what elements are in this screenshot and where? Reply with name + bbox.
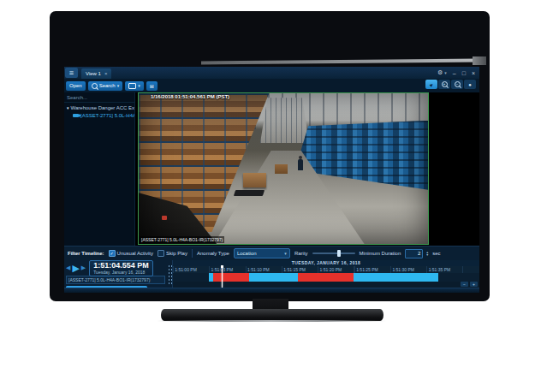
open-button[interactable]: Open: [66, 81, 86, 91]
timeline-area: ◀ ▶ ▶ 1:51:04.554 PM Tuesday, January 16…: [64, 260, 479, 288]
current-time-display[interactable]: 1:51:04.554 PM Tuesday, January 16, 2018: [89, 260, 153, 276]
camera-icon: [73, 114, 79, 117]
layout-grid-button[interactable]: ⊞: [146, 81, 158, 91]
chevron-down-icon: ▾: [138, 83, 140, 88]
tree-root-label: Warehouse Danger ACC Export - 2016-01: [71, 105, 134, 110]
search-button-label: Search: [99, 83, 116, 88]
video-stage: 1/16/2018 01:51:04.561 PM (PST) [ASSET-2…: [135, 92, 479, 246]
timeline-segment-unusual[interactable]: [298, 273, 353, 282]
minimize-icon[interactable]: –: [453, 70, 456, 76]
timeline-segment-recorded[interactable]: [249, 273, 299, 282]
monitor-stand-base: [161, 309, 383, 321]
monitor-corner-highlight: [473, 56, 486, 65]
toolbar: Open Search ▾ ▾ ⊞ ► + − ●: [64, 79, 479, 92]
play-button[interactable]: ▶: [72, 264, 79, 273]
window-controls: ⚙ ▾ – □ ×: [437, 69, 479, 76]
tab-label: View 1: [86, 71, 101, 76]
timeline-panel[interactable]: TUESDAY, JANUARY 16, 2018 1:51:00 PM1:51…: [172, 260, 479, 288]
current-time: 1:51:04.554 PM: [93, 262, 149, 270]
sidebar: Search... ▾ Warehouse Danger ACC Export …: [64, 92, 135, 246]
tab-bar: ≡ View 1 × ⚙ ▾ – □ ×: [64, 67, 479, 79]
unusual-activity-toggle[interactable]: ✓ Unusual Activity: [109, 250, 153, 257]
video-camera-name-overlay: [ASSET-2771] 5.0L-H4A-BO1-IR(1732797): [140, 236, 224, 243]
filter-timeline-title: Filter Timeline:: [68, 251, 104, 256]
content-area: Search... ▾ Warehouse Danger ACC Export …: [64, 92, 479, 246]
zoom-out-button[interactable]: −: [451, 80, 463, 89]
zoom-in-button[interactable]: +: [438, 80, 450, 89]
tab-view-1[interactable]: View 1 ×: [81, 68, 111, 79]
anomaly-type-dropdown[interactable]: Location ▾: [234, 248, 290, 258]
checkbox-unchecked-icon[interactable]: [158, 250, 164, 257]
spin-down-icon[interactable]: ▾: [426, 253, 428, 256]
video-tile[interactable]: 1/16/2018 01:51:04.561 PM (PST) [ASSET-2…: [138, 92, 429, 245]
pan-tool-button[interactable]: ●: [464, 80, 476, 89]
anomaly-type-label: Anomaly Type: [197, 251, 229, 256]
filter-timeline-bar: Filter Timeline: ✓ Unusual Activity Skip…: [64, 246, 479, 260]
min-duration-label: Minimum Duration: [360, 251, 401, 256]
chevron-down-icon: ▾: [117, 83, 120, 88]
video-vignette: [139, 93, 428, 244]
current-date: Tuesday, January 16, 2018: [93, 270, 149, 275]
timeline-segment-recorded[interactable]: [354, 273, 439, 282]
chevron-down-icon: ▾: [284, 251, 287, 256]
hamburger-icon: ≡: [69, 69, 74, 77]
min-duration-input[interactable]: 2: [405, 249, 423, 258]
expander-icon[interactable]: ▾: [67, 105, 69, 110]
cursor-icon: ►: [428, 80, 435, 87]
gear-icon[interactable]: ⚙: [437, 69, 443, 76]
monitor-icon: [128, 83, 136, 89]
timeline-playhead[interactable]: [222, 266, 223, 288]
rarity-slider-thumb[interactable]: [337, 250, 341, 257]
step-back-button[interactable]: ◀: [66, 264, 70, 271]
open-button-label: Open: [69, 83, 82, 88]
select-tool-button[interactable]: ►: [425, 80, 437, 89]
skip-play-toggle[interactable]: Skip Play: [158, 250, 187, 257]
timeline-zoom-in-button[interactable]: +: [470, 282, 478, 287]
maximize-icon[interactable]: □: [462, 70, 466, 76]
search-input[interactable]: Search...: [64, 92, 134, 103]
playback-controls: ◀ ▶ ▶ 1:51:04.554 PM Tuesday, January 16…: [64, 260, 167, 288]
skip-play-label: Skip Play: [166, 251, 187, 256]
close-icon[interactable]: ×: [472, 70, 475, 76]
layout-grid-icon: ⊞: [150, 83, 154, 89]
monitor-stand-edge: [157, 320, 386, 322]
timeline-zoom-out-button[interactable]: −: [461, 282, 468, 287]
pan-icon: ●: [468, 82, 472, 87]
gear-caret-icon[interactable]: ▾: [444, 70, 447, 75]
min-duration-stepper[interactable]: ▴ ▾: [426, 251, 428, 256]
display-mode-button[interactable]: ▾: [125, 81, 144, 91]
search-button[interactable]: Search ▾: [88, 81, 123, 91]
view-tools: ► + − ●: [425, 80, 476, 89]
tab-close-icon[interactable]: ×: [104, 71, 108, 76]
app-window: ≡ View 1 × ⚙ ▾ – □ × Open Search ▾ ▾ ⊞ ►…: [64, 67, 479, 293]
divider: [192, 249, 193, 258]
timeline-track: − +: [173, 282, 479, 288]
tree-camera-label: [ASSET-2771] 5.0L-H4A-BO1-IR(1732797): [80, 113, 134, 118]
search-icon: [92, 83, 98, 89]
timeline-camera-row-label[interactable]: [ASSET-2771] 5.0L-H4A-BO1-IR(1732797): [66, 276, 165, 284]
unusual-activity-label: Unusual Activity: [117, 251, 153, 256]
checkbox-checked-icon[interactable]: ✓: [109, 250, 116, 257]
main-menu-button[interactable]: ≡: [65, 68, 78, 78]
zoom-out-icon: −: [455, 81, 461, 87]
rarity-slider[interactable]: [312, 252, 355, 254]
tree-item-camera[interactable]: [ASSET-2771] 5.0L-H4A-BO1-IR(1732797): [64, 111, 134, 119]
timeline-activity-bar[interactable]: [173, 273, 479, 282]
rarity-label: Rarity: [294, 251, 308, 256]
zoom-in-icon: +: [442, 81, 448, 87]
timeline-zoom-buttons: − +: [461, 282, 478, 287]
timeline-segment-unusual[interactable]: [213, 273, 249, 282]
tree-item-export-root[interactable]: ▾ Warehouse Danger ACC Export - 2016-01: [64, 103, 134, 111]
timeline-date-header: TUESDAY, JANUARY 16, 2018: [173, 260, 479, 266]
window-bottom-strip: [64, 288, 479, 293]
video-timestamp-overlay: 1/16/2018 01:51:04.561 PM (PST): [151, 94, 229, 99]
min-duration-unit: sec: [432, 251, 440, 256]
anomaly-type-value: Location: [237, 251, 257, 256]
step-forward-button[interactable]: ▶: [81, 264, 86, 271]
